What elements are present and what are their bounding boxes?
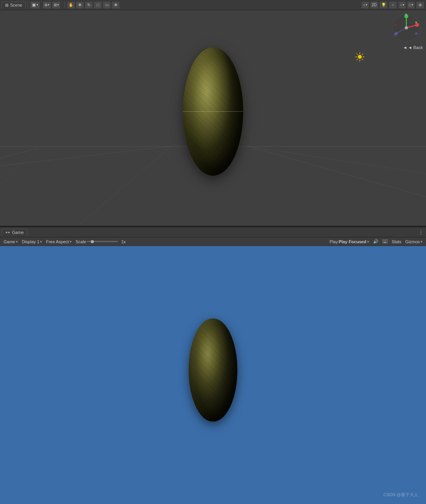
play-focused-dropdown[interactable]: Play Play Focused ▾ <box>328 239 370 244</box>
gizmos-dropdown[interactable]: Gizmos ▾ <box>404 239 424 244</box>
audio-scene-icon: ○ <box>392 3 394 7</box>
draw-mode-dropdown[interactable]: ▣ ▾ <box>30 1 40 9</box>
svg-text:Z: Z <box>394 33 396 36</box>
svg-line-4 <box>248 146 426 197</box>
focused-label: Play Focused <box>339 239 366 244</box>
draw-icon: ▣ <box>32 2 36 7</box>
toolbar-separator-1 <box>28 2 28 8</box>
directional-light-icon <box>354 51 366 63</box>
free-aspect-chevron: ▾ <box>70 240 72 244</box>
visibility-icon: □ <box>409 3 411 7</box>
capsule-horizontal-line <box>183 111 243 112</box>
game-label: Game <box>4 239 15 244</box>
light-btn[interactable]: 💡 <box>379 1 388 9</box>
game-more-btn[interactable]: ⋮ <box>417 229 424 236</box>
transform-tool-btn[interactable]: ❋ <box>111 1 120 9</box>
display-label: Display 1 <box>22 239 39 244</box>
gizmo-widget[interactable]: X Y Z <box>392 13 423 44</box>
svg-text:Y: Y <box>405 13 407 16</box>
svg-line-1 <box>0 148 39 158</box>
game-tab-icon: 👓 <box>5 230 11 235</box>
svg-line-2 <box>0 146 171 166</box>
scale-tool-btn[interactable]: □ <box>93 1 102 9</box>
rotate-icon: ↻ <box>87 3 90 7</box>
audio-icon: 🔊 <box>373 239 378 244</box>
scale-control: Scale 1x <box>74 239 127 244</box>
gizmos-scene-icon: ⊕ <box>419 3 422 7</box>
stats-btn[interactable]: Stats <box>391 239 403 244</box>
game-dropdown[interactable]: Game ▾ <box>2 239 19 244</box>
scale-value: 1x <box>121 239 126 244</box>
display-dropdown[interactable]: Display 1 ▾ <box>21 239 43 244</box>
svg-text:X: X <box>415 21 417 24</box>
back-label[interactable]: ◄ ◄ Back <box>403 45 423 50</box>
more-icon: ⋮ <box>418 229 424 235</box>
scene-viewport: X Y Z ◄ ◄ Back <box>0 10 426 226</box>
draw-chevron: ▾ <box>37 3 38 7</box>
svg-line-14 <box>362 54 363 55</box>
gizmos-scene-btn[interactable]: ⊕ <box>416 1 424 9</box>
rotate-tool-btn[interactable]: ↻ <box>84 1 93 9</box>
audio-btn[interactable]: 🔊 <box>372 239 380 244</box>
move-icon: ✥ <box>78 3 81 7</box>
transform-group: ⊕ ▾ ⊞ ▾ <box>42 1 61 9</box>
back-text: ◄ Back <box>408 45 423 50</box>
move-tool-btn[interactable]: ✥ <box>76 1 84 9</box>
play-focused-chevron: ▾ <box>367 240 369 244</box>
free-aspect-dropdown[interactable]: Free Aspect ▾ <box>45 239 73 244</box>
transform-icon: ❋ <box>114 3 117 7</box>
display-chevron: ▾ <box>40 240 42 244</box>
game-chevron: ▾ <box>16 240 18 244</box>
pivot-chevron: ▾ <box>48 3 49 7</box>
toolbar-separator-2 <box>64 2 65 8</box>
scene-tab-icon: ⊞ <box>5 3 9 8</box>
visibility-dropdown[interactable]: □ ▾ <box>407 1 415 9</box>
handle-dropdown[interactable]: ⊞ ▾ <box>52 1 61 9</box>
scale-label: Scale <box>76 239 86 244</box>
game-viewport: CSDN @栗子大人 <box>0 246 426 504</box>
svg-point-23 <box>394 24 397 26</box>
svg-point-25 <box>405 26 408 30</box>
svg-line-15 <box>357 59 358 60</box>
rect-icon: ▭ <box>105 3 109 7</box>
scene-tab-label: Scene <box>10 3 22 7</box>
svg-line-13 <box>362 59 363 60</box>
visibility-chevron: ▾ <box>412 3 413 7</box>
scene-toolbar-right: ○ ▾ 2D 💡 ○ ○ ▾ □ ▾ ⊕ <box>361 1 424 9</box>
effects-icon: ○ <box>400 3 402 7</box>
svg-rect-32 <box>384 242 387 243</box>
gizmos-chevron: ▾ <box>421 240 422 244</box>
scale-slider-dot <box>91 240 94 243</box>
capsule-scene-object <box>183 47 243 176</box>
keyboard-btn[interactable] <box>381 239 389 244</box>
game-panel: 👓 Game ⋮ Game ▾ Display 1 ▾ Free Aspect … <box>0 227 426 504</box>
svg-point-7 <box>358 55 362 59</box>
2d-btn[interactable]: 2D <box>370 1 378 9</box>
scene-toolbar: ⊞ Scene ▣ ▾ ⊕ ▾ ⊞ ▾ ✋ <box>0 0 426 10</box>
play-label: Play <box>329 239 338 244</box>
scale-slider[interactable] <box>87 241 118 242</box>
gizmo-svg: X Y Z <box>392 13 421 42</box>
persp-dropdown[interactable]: ○ ▾ <box>361 1 369 9</box>
game-tab[interactable]: 👓 Game <box>2 229 27 236</box>
game-toolbar: 👓 Game ⋮ <box>0 227 426 237</box>
capsule-game-mesh <box>189 318 238 421</box>
effects-dropdown[interactable]: ○ ▾ <box>398 1 406 9</box>
hand-tool-btn[interactable]: ✋ <box>67 1 75 9</box>
tools-group: ✋ ✥ ↻ □ ▭ ❋ <box>67 1 120 9</box>
pivot-dropdown[interactable]: ⊕ ▾ <box>42 1 51 9</box>
scene-panel: ⊞ Scene ▣ ▾ ⊕ ▾ ⊞ ▾ ✋ <box>0 0 426 226</box>
svg-line-6 <box>0 148 39 185</box>
svg-line-5 <box>248 146 426 174</box>
scene-tab[interactable]: ⊞ Scene <box>2 2 26 9</box>
svg-line-12 <box>357 54 358 55</box>
svg-point-24 <box>415 32 418 35</box>
rect-tool-btn[interactable]: ▭ <box>102 1 111 9</box>
stats-label: Stats <box>392 239 401 244</box>
back-chevron: ◄ <box>403 45 407 50</box>
draw-mode-group: ▣ ▾ <box>30 1 40 9</box>
audio-scene-btn[interactable]: ○ <box>389 1 397 9</box>
light-icon: 💡 <box>381 3 386 7</box>
scale-icon: □ <box>97 3 99 7</box>
game-tab-label: Game <box>12 230 24 235</box>
